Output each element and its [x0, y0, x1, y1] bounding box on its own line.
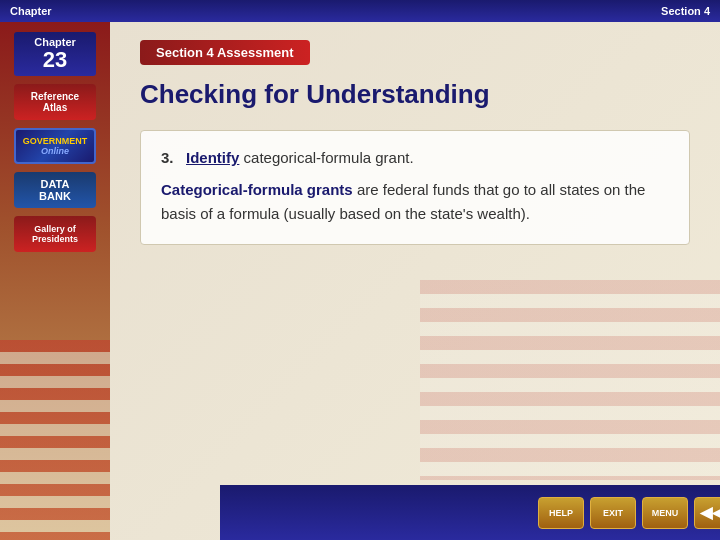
question-number: 3. — [161, 149, 174, 166]
sidebar-item-reference[interactable]: Reference Atlas — [14, 84, 96, 120]
page-title: Checking for Understanding — [140, 79, 690, 110]
question-line: 3. Identify categorical-formula grant. — [161, 149, 669, 166]
main-layout: Chapter 23 Reference Atlas GOVERNMENT On… — [0, 22, 720, 540]
back-button[interactable]: ◀◀ — [694, 497, 720, 529]
gallery-line2: Presidents — [32, 234, 78, 244]
exit-button[interactable]: EXIT — [590, 497, 636, 529]
answer-bold-term: Categorical-formula grants — [161, 181, 353, 198]
data-line1: DATA — [41, 178, 70, 190]
top-bar-section-label: Section 4 — [661, 5, 710, 17]
sidebar-item-government[interactable]: GOVERNMENT Online — [14, 128, 96, 164]
sidebar-item-data[interactable]: DATA BANK — [14, 172, 96, 208]
question-text: categorical-formula grant. — [244, 149, 414, 166]
help-button[interactable]: HELP — [538, 497, 584, 529]
gov-line1: GOVERNMENT — [23, 136, 88, 146]
sidebar: Chapter 23 Reference Atlas GOVERNMENT On… — [0, 22, 110, 540]
question-verb: Identify — [186, 149, 239, 166]
sidebar-item-gallery[interactable]: Gallery of Presidents — [14, 216, 96, 252]
content-box: 3. Identify categorical-formula grant. C… — [140, 130, 690, 245]
data-line2: BANK — [39, 190, 71, 202]
menu-button[interactable]: MENU — [642, 497, 688, 529]
reference-line1: Reference — [31, 91, 79, 102]
gov-line2: Online — [41, 146, 69, 156]
answer-text: Categorical-formula grants are federal f… — [161, 178, 669, 226]
section-banner: Section 4 Assessment — [140, 40, 310, 65]
chapter-number: 23 — [20, 48, 90, 72]
main-flag-decoration — [420, 280, 720, 480]
chapter-box: Chapter 23 — [14, 32, 96, 76]
bottom-nav-bar: HELP EXIT MENU ◀◀ ◀ ▶ — [220, 485, 720, 540]
gallery-line1: Gallery of — [34, 224, 76, 234]
reference-line2: Atlas — [43, 102, 67, 113]
sidebar-flag-decoration — [0, 340, 110, 540]
top-bar: Chapter Section 4 — [0, 0, 720, 22]
back-icon: ◀◀ — [700, 503, 720, 522]
top-bar-chapter-label: Chapter — [10, 5, 52, 17]
main-content-area: Section 4 Assessment Checking for Unders… — [110, 22, 720, 540]
